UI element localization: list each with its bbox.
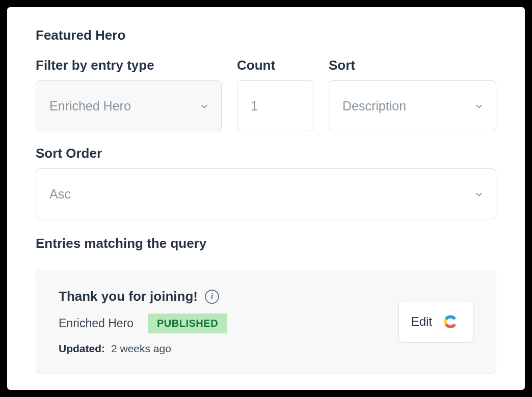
- chevron-down-icon: [199, 100, 210, 111]
- filter-sort-order-group: Sort Order Asc: [36, 146, 496, 219]
- entry-updated-row: Updated: 2 weeks ago: [59, 343, 227, 355]
- filter-count-group: Count: [237, 58, 313, 131]
- filter-sort-order-value: Asc: [49, 187, 71, 202]
- filter-entry-type-select[interactable]: Enriched Hero: [36, 80, 222, 131]
- entry-updated-value: 2 weeks ago: [111, 343, 171, 355]
- edit-button[interactable]: Edit: [398, 301, 473, 343]
- entry-updated-label: Updated:: [59, 343, 105, 355]
- filter-sort-order-select[interactable]: Asc: [36, 168, 496, 219]
- filter-row: Filter by entry type Enriched Hero Count…: [36, 58, 496, 131]
- filter-sort-label: Sort: [329, 58, 496, 73]
- info-icon[interactable]: i: [205, 290, 219, 304]
- filter-entry-type-label: Filter by entry type: [36, 58, 222, 73]
- filter-count-label: Count: [237, 58, 313, 73]
- filter-entry-type-group: Filter by entry type Enriched Hero: [36, 58, 222, 131]
- filter-entry-type-value: Enriched Hero: [49, 99, 131, 114]
- entry-card: Thank you for joining! i Enriched Hero P…: [36, 270, 496, 374]
- entry-title-row: Thank you for joining! i: [59, 289, 227, 304]
- section-title: Featured Hero: [36, 27, 496, 43]
- entry-type-text: Enriched Hero: [59, 317, 134, 330]
- content-panel: Featured Hero Filter by entry type Enric…: [7, 7, 525, 390]
- filter-sort-value: Description: [342, 99, 406, 114]
- entries-matching-label: Entries matching the query: [36, 236, 496, 251]
- filter-count-input[interactable]: [237, 80, 313, 131]
- chevron-down-icon: [473, 100, 485, 111]
- filter-sort-group: Sort Description: [329, 58, 496, 131]
- edit-button-label: Edit: [411, 315, 432, 329]
- filter-sort-order-label: Sort Order: [36, 146, 496, 161]
- chevron-down-icon: [473, 188, 485, 200]
- status-badge: PUBLISHED: [148, 314, 227, 333]
- contentful-logo-icon: [440, 311, 461, 332]
- entry-meta-row: Enriched Hero PUBLISHED: [59, 314, 227, 333]
- filter-sort-select[interactable]: Description: [329, 80, 496, 131]
- entry-info: Thank you for joining! i Enriched Hero P…: [59, 289, 227, 355]
- entry-title: Thank you for joining!: [59, 289, 198, 304]
